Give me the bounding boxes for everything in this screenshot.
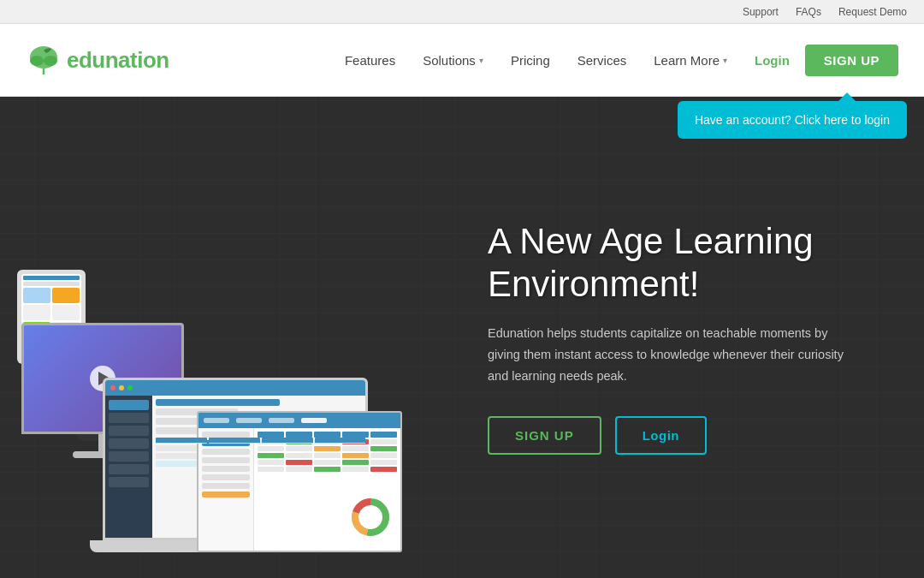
request-demo-link[interactable]: Request Demo — [838, 6, 907, 18]
support-link[interactable]: Support — [743, 6, 779, 18]
hero-section: A New Age Learning Environment! Edunatio… — [0, 97, 924, 578]
donut-chart — [349, 496, 392, 539]
hero-content: A New Age Learning Environment! Edunatio… — [488, 220, 924, 456]
nav-solutions[interactable]: Solutions ▾ — [411, 46, 495, 74]
header: edunation Features Solutions ▾ Pricing S… — [0, 24, 924, 97]
svg-point-2 — [44, 56, 57, 66]
learn-more-chevron-icon: ▾ — [723, 56, 727, 65]
main-nav: Features Solutions ▾ Pricing Services Le… — [333, 45, 898, 76]
hero-description: Edunation helps students capitalize on t… — [488, 323, 847, 386]
hero-buttons: SIGN UP Login — [488, 416, 873, 455]
logo-icon — [26, 42, 62, 78]
utility-bar: Support FAQs Request Demo — [0, 0, 924, 24]
nav-learn-more[interactable]: Learn More ▾ — [642, 46, 739, 74]
hero-signup-button[interactable]: SIGN UP — [488, 416, 601, 455]
nav-services[interactable]: Services — [566, 46, 639, 74]
hero-login-button[interactable]: Login — [615, 416, 707, 455]
dashboard-mockup — [197, 411, 402, 552]
nav-pricing[interactable]: Pricing — [499, 46, 562, 74]
nav-features[interactable]: Features — [333, 46, 407, 74]
hero-title: A New Age Learning Environment! — [488, 220, 873, 307]
login-tooltip-container: Have an account? Click here to login — [678, 101, 907, 139]
svg-point-1 — [30, 56, 44, 66]
login-tooltip[interactable]: Have an account? Click here to login — [678, 101, 907, 139]
devices-mockup — [0, 133, 453, 578]
logo[interactable]: edunation — [26, 42, 169, 78]
nav-signup-button[interactable]: SIGN UP — [805, 45, 898, 76]
faqs-link[interactable]: FAQs — [796, 6, 821, 18]
nav-login[interactable]: Login — [743, 46, 802, 74]
logo-text: edunation — [67, 47, 169, 74]
solutions-chevron-icon: ▾ — [479, 56, 483, 65]
